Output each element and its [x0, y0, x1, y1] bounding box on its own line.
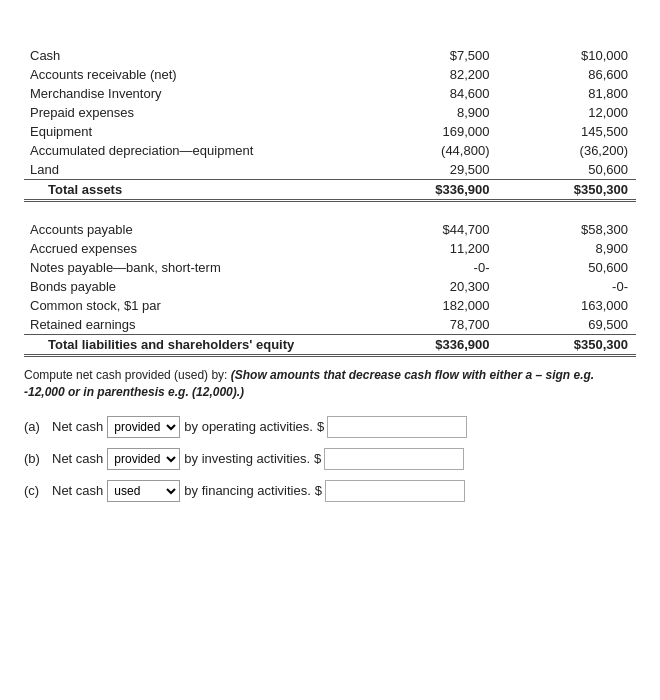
- asset-label: Land: [24, 160, 379, 180]
- asset-label: Total assets: [24, 180, 379, 201]
- liability-row: Common stock, $1 par 182,000 163,000: [24, 296, 636, 315]
- net-cash-label: Net cash: [52, 419, 103, 434]
- liability-2024: -0-: [507, 277, 636, 296]
- asset-row: Cash $7,500 $10,000: [24, 46, 636, 65]
- asset-row: Land 29,500 50,600: [24, 160, 636, 180]
- asset-2025: 82,200: [379, 65, 508, 84]
- answer-letter: (a): [24, 419, 52, 434]
- asset-2024: 50,600: [507, 160, 636, 180]
- asset-2025: 84,600: [379, 84, 508, 103]
- answer-row-c: (c)Net cash providedused by financing ac…: [24, 480, 636, 502]
- dollar-sign: $: [314, 451, 321, 466]
- asset-row: Equipment 169,000 145,500: [24, 122, 636, 141]
- asset-2024: $10,000: [507, 46, 636, 65]
- cash-flow-direction-select[interactable]: providedused: [107, 416, 180, 438]
- liability-2024: 69,500: [507, 315, 636, 335]
- liability-row: Accrued expenses 11,200 8,900: [24, 239, 636, 258]
- asset-label: Accumulated depreciation—equipment: [24, 141, 379, 160]
- answer-section: (a)Net cash providedused by operating ac…: [24, 416, 636, 502]
- liability-2025: -0-: [379, 258, 508, 277]
- cash-flow-direction-select[interactable]: providedused: [107, 480, 180, 502]
- asset-2024: 145,500: [507, 122, 636, 141]
- liability-2025: 20,300: [379, 277, 508, 296]
- answer-row-a: (a)Net cash providedused by operating ac…: [24, 416, 636, 438]
- asset-row: Accumulated depreciation—equipment (44,8…: [24, 141, 636, 160]
- compute-instruction: Compute net cash provided (used) by: (Sh…: [24, 367, 636, 402]
- liability-row: Total liabilities and shareholders' equi…: [24, 335, 636, 356]
- asset-2024: 81,800: [507, 84, 636, 103]
- liability-label: Accrued expenses: [24, 239, 379, 258]
- asset-2024: (36,200): [507, 141, 636, 160]
- net-cash-label: Net cash: [52, 451, 103, 466]
- by-activity-label: by investing activities.: [184, 451, 310, 466]
- asset-2025: (44,800): [379, 141, 508, 160]
- asset-2024: 86,600: [507, 65, 636, 84]
- by-activity-label: by financing activities.: [184, 483, 310, 498]
- liability-2024: 8,900: [507, 239, 636, 258]
- liability-2025: 78,700: [379, 315, 508, 335]
- asset-row: Prepaid expenses 8,900 12,000: [24, 103, 636, 122]
- header-2024: [507, 32, 636, 38]
- header-2025: [379, 32, 508, 38]
- asset-row: Total assets $336,900 $350,300: [24, 180, 636, 201]
- dollar-sign: $: [317, 419, 324, 434]
- asset-row: Merchandise Inventory 84,600 81,800: [24, 84, 636, 103]
- liability-row: Retained earnings 78,700 69,500: [24, 315, 636, 335]
- compute-emphasis: (Show amounts that decrease cash flow wi…: [24, 368, 594, 399]
- cash-amount-input[interactable]: [327, 416, 467, 438]
- answer-row-b: (b)Net cash providedused by investing ac…: [24, 448, 636, 470]
- asset-row: Accounts receivable (net) 82,200 86,600: [24, 65, 636, 84]
- liability-2024: $58,300: [507, 220, 636, 239]
- liability-row: Accounts payable $44,700 $58,300: [24, 220, 636, 239]
- asset-2025: $7,500: [379, 46, 508, 65]
- net-cash-label: Net cash: [52, 483, 103, 498]
- liability-label: Notes payable—bank, short-term: [24, 258, 379, 277]
- cash-amount-input[interactable]: [324, 448, 464, 470]
- asset-label: Cash: [24, 46, 379, 65]
- liability-label: Retained earnings: [24, 315, 379, 335]
- asset-label: Merchandise Inventory: [24, 84, 379, 103]
- dollar-sign: $: [315, 483, 322, 498]
- liability-2024: 50,600: [507, 258, 636, 277]
- asset-label: Prepaid expenses: [24, 103, 379, 122]
- liability-label: Common stock, $1 par: [24, 296, 379, 315]
- asset-2024: $350,300: [507, 180, 636, 201]
- liability-2025: $336,900: [379, 335, 508, 356]
- liability-2025: $44,700: [379, 220, 508, 239]
- answer-letter: (c): [24, 483, 52, 498]
- table-header-row: [24, 32, 636, 38]
- asset-label: Accounts receivable (net): [24, 65, 379, 84]
- asset-2025: $336,900: [379, 180, 508, 201]
- cash-amount-input[interactable]: [325, 480, 465, 502]
- liability-2025: 182,000: [379, 296, 508, 315]
- by-activity-label: by operating activities.: [184, 419, 313, 434]
- liability-2025: 11,200: [379, 239, 508, 258]
- asset-2025: 29,500: [379, 160, 508, 180]
- asset-label: Equipment: [24, 122, 379, 141]
- liability-label: Total liabilities and shareholders' equi…: [24, 335, 379, 356]
- liability-row: Bonds payable 20,300 -0-: [24, 277, 636, 296]
- liability-label: Accounts payable: [24, 220, 379, 239]
- asset-2024: 12,000: [507, 103, 636, 122]
- cash-flow-direction-select[interactable]: providedused: [107, 448, 180, 470]
- asset-2025: 8,900: [379, 103, 508, 122]
- asset-2025: 169,000: [379, 122, 508, 141]
- liability-2024: 163,000: [507, 296, 636, 315]
- liability-2024: $350,300: [507, 335, 636, 356]
- answer-letter: (b): [24, 451, 52, 466]
- liability-row: Notes payable—bank, short-term -0- 50,60…: [24, 258, 636, 277]
- liability-label: Bonds payable: [24, 277, 379, 296]
